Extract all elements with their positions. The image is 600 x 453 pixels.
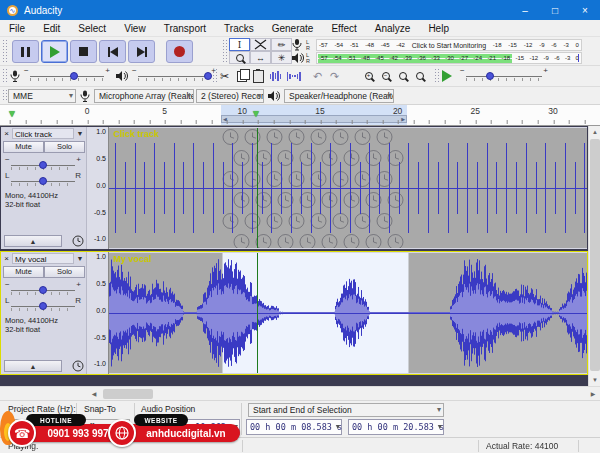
track-close-button[interactable]: ×: [1, 254, 12, 263]
multi-tool-button[interactable]: ✳: [271, 51, 292, 64]
title-bar[interactable]: ∿ Audacity – □ ×: [0, 0, 600, 20]
menu-effect[interactable]: Effect: [322, 23, 365, 34]
timeline-ruler[interactable]: ◀ ▶ 051015202530 ▼ ▼: [0, 105, 600, 126]
recording-meter-scale[interactable]: -57-54-51-48-45-42Click to Start Monitor…: [316, 39, 582, 51]
skip-to-end-icon: [137, 47, 147, 57]
close-button[interactable]: ×: [570, 0, 600, 20]
track-name[interactable]: Click track: [12, 128, 74, 139]
zoom-out-button[interactable]: −: [377, 68, 394, 84]
menu-view[interactable]: View: [115, 23, 155, 34]
zoom-tool-button[interactable]: [229, 51, 250, 64]
paste-button[interactable]: [250, 68, 267, 84]
scroll-down-arrow[interactable]: ▼: [589, 374, 600, 386]
envelope-tool-button[interactable]: [250, 38, 271, 51]
pan-slider[interactable]: L R: [5, 299, 81, 313]
gain-slider[interactable]: − +: [5, 158, 81, 172]
click-track-waveform[interactable]: [109, 128, 587, 248]
tools-toolbar-grip[interactable]: [222, 39, 227, 63]
selection-start-field[interactable]: 00 h 00 m 08.583 s ▼: [246, 419, 342, 435]
recording-volume-thumb[interactable]: [70, 72, 78, 80]
menu-file[interactable]: File: [0, 23, 34, 34]
minimize-button[interactable]: –: [510, 0, 540, 20]
play-speed-slider[interactable]: − +: [460, 69, 548, 83]
timeshift-tool-button[interactable]: ↔: [250, 51, 271, 64]
menu-analyze[interactable]: Analyze: [366, 23, 420, 34]
scroll-right-arrow[interactable]: ▶: [587, 388, 599, 400]
audio-host-select[interactable]: MME▾: [8, 89, 76, 103]
pan-thumb[interactable]: [39, 177, 47, 185]
input-channels-select[interactable]: 2 (Stereo) Recor▾: [196, 89, 264, 103]
play-button[interactable]: [41, 40, 68, 63]
gain-thumb[interactable]: [39, 161, 47, 169]
recording-volume-slider[interactable]: − +: [24, 69, 110, 83]
solo-button[interactable]: Solo: [44, 141, 85, 153]
menu-transport[interactable]: Transport: [155, 23, 215, 34]
menu-generate[interactable]: Generate: [263, 23, 323, 34]
field-dropdown-icon[interactable]: ▼: [438, 423, 442, 431]
playback-volume-thumb[interactable]: [204, 72, 212, 80]
menu-select[interactable]: Select: [69, 23, 115, 34]
fit-project-button[interactable]: [411, 68, 428, 84]
field-dropdown-icon[interactable]: ▼: [336, 423, 340, 431]
play-at-speed-button[interactable]: [438, 68, 455, 84]
transport-toolbar-grip[interactable]: [2, 39, 7, 63]
menu-edit[interactable]: Edit: [34, 23, 69, 34]
track-collapse-button[interactable]: ▲: [4, 235, 62, 247]
recording-meter[interactable]: LR -57-54-51-48-45-42Click to Start Moni…: [292, 39, 586, 51]
track-close-button[interactable]: ×: [1, 129, 12, 138]
track-collapse-button[interactable]: ▲: [4, 360, 62, 372]
playback-meter[interactable]: LR -57-54-51-48-45-42-39-36-33-30-27-24-…: [292, 52, 586, 64]
playback-volume-icon: [116, 70, 128, 82]
trim-audio-button[interactable]: [267, 68, 284, 84]
cut-button[interactable]: ✂: [216, 68, 233, 84]
solo-button[interactable]: Solo: [44, 266, 85, 278]
playback-volume-slider[interactable]: − +: [132, 69, 216, 83]
vertical-scrollbar[interactable]: ▲ ▼: [588, 126, 600, 386]
selection-end-field[interactable]: 00 h 00 m 20.583 s ▼: [348, 419, 444, 435]
gain-slider[interactable]: − +: [5, 283, 81, 297]
website-label: WEBSITE: [134, 414, 188, 426]
track-menu-button[interactable]: ▼: [74, 255, 86, 262]
stop-button[interactable]: [70, 40, 97, 63]
vertical-scrollbar-thumb[interactable]: [590, 139, 600, 371]
playhead-icon[interactable]: ▼: [251, 109, 261, 119]
gain-thumb[interactable]: [39, 286, 47, 294]
horizontal-scrollbar[interactable]: ◀ ▶: [0, 386, 600, 400]
skip-to-start-button[interactable]: [99, 40, 126, 63]
mixer-toolbar-grip[interactable]: [2, 68, 7, 84]
silence-audio-button[interactable]: [285, 68, 302, 84]
device-toolbar-grip[interactable]: [2, 89, 7, 102]
mute-button[interactable]: Mute: [3, 266, 44, 278]
input-device-select[interactable]: Microphone Array (Realtek▾: [94, 89, 194, 103]
maximize-button[interactable]: □: [540, 0, 570, 20]
output-device-select[interactable]: Speaker/Headphone (Realte▾: [284, 89, 394, 103]
mute-button[interactable]: Mute: [3, 141, 44, 153]
horizontal-scrollbar-thumb[interactable]: [103, 389, 153, 399]
selection-mode-select[interactable]: Start and End of Selection ▾: [248, 403, 444, 417]
vertical-ruler[interactable]: 1.0 0.5 0.0 -0.5 -1.0: [87, 252, 109, 374]
pinned-playhead-icon[interactable]: ▼: [7, 109, 17, 119]
track-name[interactable]: My vocal: [12, 253, 74, 264]
pan-thumb[interactable]: [39, 302, 47, 310]
selection-tool-button[interactable]: I: [229, 38, 250, 51]
pan-slider[interactable]: L R: [5, 174, 81, 188]
copy-button[interactable]: [233, 68, 250, 84]
scroll-left-arrow[interactable]: ◀: [88, 388, 100, 400]
menu-help[interactable]: Help: [419, 23, 458, 34]
play-speed-thumb[interactable]: [486, 72, 494, 80]
pause-button[interactable]: [12, 40, 39, 63]
draw-tool-button[interactable]: ✏: [271, 38, 292, 51]
redo-button[interactable]: ↷: [326, 68, 343, 84]
undo-button[interactable]: ↶: [309, 68, 326, 84]
record-button[interactable]: [166, 40, 193, 63]
vertical-ruler[interactable]: 1.0 0.5 0.0 -0.5 -1.0: [87, 127, 109, 249]
vocal-track-waveform[interactable]: [109, 253, 587, 373]
skip-to-end-button[interactable]: [128, 40, 155, 63]
scroll-up-arrow[interactable]: ▲: [589, 126, 600, 138]
track-menu-button[interactable]: ▼: [74, 130, 86, 137]
monitoring-text[interactable]: Click to Start Monitoring: [412, 42, 486, 49]
playback-meter-scale[interactable]: -57-54-51-48-45-42-39-36-33-30-27-24-21-…: [316, 52, 582, 64]
menu-tracks[interactable]: Tracks: [215, 23, 263, 34]
fit-selection-button[interactable]: [394, 68, 411, 84]
zoom-in-button[interactable]: +: [360, 68, 377, 84]
